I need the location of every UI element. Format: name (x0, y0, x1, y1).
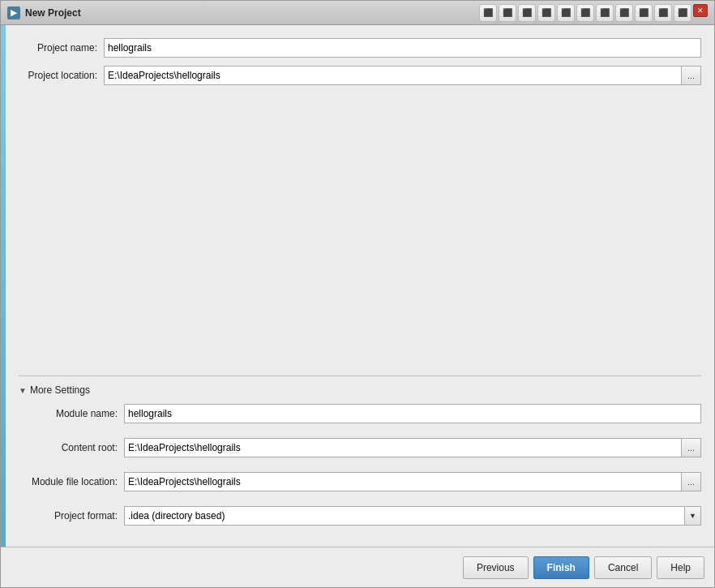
title-extra-btn-5[interactable]: ⬛ (557, 4, 575, 22)
module-name-label: Module name: (19, 408, 124, 419)
title-extra-btn-1[interactable]: ⬛ (479, 4, 497, 22)
content-area: Project name: Project location: ... ▼ Mo… (1, 25, 714, 547)
title-extra-btn-6[interactable]: ⬛ (576, 4, 594, 22)
project-name-label: Project name: (19, 42, 104, 54)
app-icon: ▶ (7, 6, 20, 19)
title-extra-btn-9[interactable]: ⬛ (635, 4, 653, 22)
module-file-location-input[interactable] (124, 472, 682, 491)
module-file-location-browse-button[interactable]: ... (682, 472, 701, 491)
title-extra-btn-11[interactable]: ⬛ (674, 4, 691, 22)
content-root-label: Content root: (19, 442, 124, 453)
title-extra-btn-2[interactable]: ⬛ (499, 4, 516, 22)
project-format-label: Project format: (19, 510, 124, 521)
more-settings-label: More Settings (30, 384, 90, 396)
middle-area (19, 93, 701, 376)
project-format-row: Project format: .idea (directory based) … (19, 506, 701, 526)
project-location-input-group: ... (104, 66, 701, 85)
module-file-location-label: Module file location: (19, 476, 124, 487)
module-file-location-input-group: ... (124, 472, 701, 491)
side-accent (1, 25, 6, 547)
content-root-row: Content root: ... (19, 438, 701, 457)
help-button[interactable]: Help (657, 556, 704, 579)
dropdown-arrow-icon[interactable]: ▼ (685, 506, 701, 526)
cancel-button[interactable]: Cancel (594, 556, 652, 579)
window-title: New Project (25, 7, 479, 19)
collapse-arrow-icon: ▼ (19, 386, 27, 395)
project-location-browse-button[interactable]: ... (682, 66, 701, 85)
previous-button[interactable]: Previous (463, 556, 529, 579)
project-format-select[interactable]: .idea (directory based) (124, 506, 685, 526)
module-name-row: Module name: (19, 404, 701, 423)
project-location-row: Project location: ... (19, 66, 701, 85)
title-extra-btn-3[interactable]: ⬛ (518, 4, 536, 22)
project-name-input[interactable] (104, 38, 701, 58)
more-settings-header[interactable]: ▼ More Settings (19, 384, 701, 396)
title-extra-btn-4[interactable]: ⬛ (537, 4, 555, 22)
project-location-label: Project location: (19, 70, 104, 81)
more-settings-fields: Module name: Content root: ... Module fi… (19, 404, 701, 534)
more-settings-section: ▼ More Settings Module name: Content roo… (19, 376, 701, 534)
new-project-window: ▶ New Project ⬛ ⬛ ⬛ ⬛ ⬛ ⬛ ⬛ ⬛ ⬛ ⬛ ⬛ ✕ Pr… (0, 0, 715, 588)
content-root-input[interactable] (124, 438, 682, 457)
close-button[interactable]: ✕ (693, 4, 708, 17)
title-bar: ▶ New Project ⬛ ⬛ ⬛ ⬛ ⬛ ⬛ ⬛ ⬛ ⬛ ⬛ ⬛ ✕ (1, 1, 714, 25)
finish-button[interactable]: Finish (533, 556, 589, 579)
module-file-location-row: Module file location: ... (19, 472, 701, 491)
content-root-browse-button[interactable]: ... (682, 438, 701, 457)
project-name-row: Project name: (19, 38, 701, 58)
title-extra-btn-7[interactable]: ⬛ (596, 4, 614, 22)
title-bar-controls: ⬛ ⬛ ⬛ ⬛ ⬛ ⬛ ⬛ ⬛ ⬛ ⬛ ⬛ ✕ (479, 4, 708, 22)
module-name-input[interactable] (124, 404, 701, 423)
project-location-input[interactable] (104, 66, 682, 85)
content-root-input-group: ... (124, 438, 701, 457)
title-extra-btn-10[interactable]: ⬛ (654, 4, 672, 22)
title-extra-btn-8[interactable]: ⬛ (615, 4, 633, 22)
bottom-bar: Previous Finish Cancel Help (1, 547, 714, 587)
project-format-dropdown-wrapper: .idea (directory based) ▼ (124, 506, 701, 526)
